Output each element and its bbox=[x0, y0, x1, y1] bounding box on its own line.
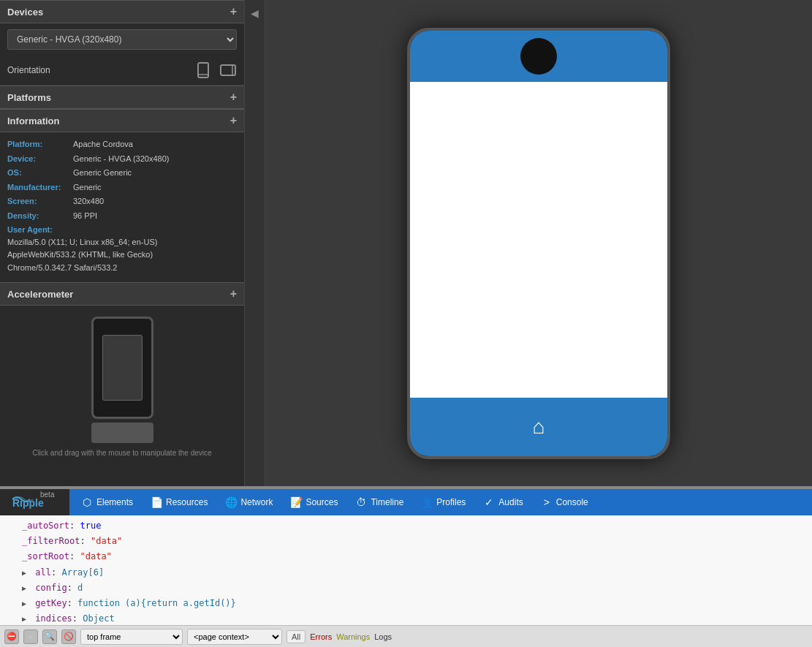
block-button[interactable]: 🚫 bbox=[61, 629, 76, 644]
accel-screen bbox=[102, 335, 143, 401]
info-row-manufacturer: Manufacturer: Generic bbox=[7, 181, 237, 194]
manufacturer-value: Generic bbox=[73, 181, 237, 194]
device-main-screen[interactable] bbox=[410, 82, 667, 398]
tab-console-label: Console bbox=[556, 497, 588, 507]
info-row-platform: Platform: Apache Cordova bbox=[7, 138, 237, 151]
orientation-label: Orientation bbox=[7, 65, 50, 75]
tab-network-label: Network bbox=[240, 497, 273, 507]
accel-base bbox=[91, 423, 153, 443]
tab-timeline-label: Timeline bbox=[371, 497, 403, 507]
execute-button[interactable]: > bbox=[23, 629, 38, 644]
orientation-icons bbox=[194, 61, 237, 79]
device-top-bar bbox=[410, 31, 667, 82]
console-line-sortroot: _sortRoot: "data" bbox=[0, 549, 812, 564]
tab-sources[interactable]: 📝 Sources bbox=[281, 493, 346, 512]
console-line-all[interactable]: all: Array[6] bbox=[0, 565, 812, 580]
frame-select[interactable]: top frame bbox=[80, 629, 183, 645]
left-panel: Devices + Generic - HVGA (320x480) Orien… bbox=[0, 0, 245, 486]
accelerometer-add-icon[interactable]: + bbox=[230, 287, 237, 300]
accel-drag-hint: Click and drag with the mouse to manipul… bbox=[25, 449, 219, 457]
tab-timeline[interactable]: ⏱ Timeline bbox=[346, 493, 412, 512]
useragent-label: User Agent: bbox=[7, 224, 237, 236]
device-select[interactable]: Generic - HVGA (320x480) bbox=[7, 29, 237, 50]
useragent-value: Mozilla/5.0 (X11; U; Linux x86_64; en-US… bbox=[7, 236, 237, 275]
console-line-config[interactable]: config: d bbox=[0, 580, 812, 596]
tab-profiles[interactable]: 👤 Profiles bbox=[412, 493, 474, 512]
info-row-density: Density: 96 PPI bbox=[7, 210, 237, 222]
os-label: OS: bbox=[7, 167, 73, 179]
platforms-title: Platforms bbox=[7, 92, 51, 103]
platform-value: Apache Cordova bbox=[73, 138, 237, 151]
audits-icon: ✓ bbox=[483, 496, 495, 508]
svg-rect-2 bbox=[221, 65, 235, 75]
os-value: Generic Generic bbox=[73, 167, 237, 179]
console-line-getkey[interactable]: getKey: function (a){return a.getId()} bbox=[0, 596, 812, 611]
elements-icon: ⬡ bbox=[81, 496, 93, 508]
devtools-tabs: ⬡ Elements 📄 Resources 🌐 Network 📝 Sourc… bbox=[69, 489, 812, 515]
tab-console[interactable]: > Console bbox=[532, 493, 597, 512]
home-icon[interactable]: ⌂ bbox=[533, 415, 545, 439]
tab-elements[interactable]: ⬡ Elements bbox=[72, 493, 142, 512]
center-device-area: ⌂ bbox=[265, 0, 812, 486]
information-add-icon[interactable]: + bbox=[230, 114, 237, 127]
errors-label[interactable]: Errors bbox=[310, 632, 332, 641]
resources-icon: 📄 bbox=[151, 496, 162, 508]
bottom-bar: ⛔ > 🔍 🚫 top frame <page context> All Err… bbox=[0, 625, 812, 647]
accelerometer-visual[interactable]: Click and drag with the mouse to manipul… bbox=[7, 313, 237, 457]
tab-resources[interactable]: 📄 Resources bbox=[142, 493, 216, 512]
device-label: Device: bbox=[7, 153, 73, 165]
back-arrow-icon: ◀ bbox=[251, 7, 259, 19]
manufacturer-label: Manufacturer: bbox=[7, 181, 73, 194]
portrait-icon[interactable] bbox=[194, 61, 212, 79]
console-line-filterroot: _filterRoot: "data" bbox=[0, 534, 812, 549]
platforms-add-icon[interactable]: + bbox=[230, 91, 237, 104]
information-section-header: Information + bbox=[0, 109, 244, 132]
platform-label: Platform: bbox=[7, 138, 73, 151]
accelerometer-section-header: Accelerometer + bbox=[0, 282, 244, 306]
tab-elements-label: Elements bbox=[96, 497, 133, 507]
devices-title: Devices bbox=[7, 7, 43, 18]
density-label: Density: bbox=[7, 210, 73, 222]
accelerometer-title: Accelerometer bbox=[7, 289, 73, 300]
console-icon: > bbox=[541, 496, 553, 508]
device-bottom-bar: ⌂ bbox=[410, 398, 667, 456]
devtools-area: beta Ripple ⬡ Elements 📄 Resources 🌐 Net… bbox=[0, 486, 812, 647]
devices-add-icon[interactable]: + bbox=[230, 5, 237, 18]
tab-audits[interactable]: ✓ Audits bbox=[474, 493, 531, 512]
platforms-section-header: Platforms + bbox=[0, 86, 244, 109]
info-row-device: Device: Generic - HVGA (320x480) bbox=[7, 153, 237, 165]
devices-content: Generic - HVGA (320x480) bbox=[0, 23, 244, 56]
accelerometer-content: Click and drag with the mouse to manipul… bbox=[0, 306, 244, 464]
tab-resources-label: Resources bbox=[166, 497, 208, 507]
profiles-icon: 👤 bbox=[421, 496, 433, 508]
console-line-autosort: _autoSort: true bbox=[0, 518, 812, 534]
ripple-logo: beta Ripple bbox=[0, 489, 69, 515]
top-area: Devices + Generic - HVGA (320x480) Orien… bbox=[0, 0, 812, 486]
search-button[interactable]: 🔍 bbox=[42, 629, 57, 644]
density-value: 96 PPI bbox=[73, 210, 237, 222]
info-row-os: OS: Generic Generic bbox=[7, 167, 237, 179]
stop-button[interactable]: ⛔ bbox=[4, 629, 19, 644]
info-row-screen: Screen: 320x480 bbox=[7, 195, 237, 208]
information-title: Information bbox=[7, 116, 60, 126]
device-camera bbox=[520, 38, 557, 75]
device-value: Generic - HVGA (320x480) bbox=[73, 153, 237, 165]
filter-all-label[interactable]: All bbox=[287, 630, 306, 643]
devices-section-header: Devices + bbox=[0, 0, 244, 23]
svg-text:Ripple: Ripple bbox=[12, 497, 44, 509]
console-output: _autoSort: true _filterRoot: "data" _sor… bbox=[0, 515, 812, 625]
console-line-indices[interactable]: indices: Object bbox=[0, 611, 812, 625]
logs-label[interactable]: Logs bbox=[374, 632, 392, 641]
info-row-useragent: User Agent: Mozilla/5.0 (X11; U; Linux x… bbox=[7, 224, 237, 274]
beta-label: beta bbox=[40, 491, 54, 499]
landscape-icon[interactable] bbox=[219, 61, 237, 79]
back-arrow[interactable]: ◀ bbox=[245, 0, 265, 486]
tab-sources-label: Sources bbox=[306, 497, 338, 507]
information-content: Platform: Apache Cordova Device: Generic… bbox=[0, 132, 244, 282]
tab-network[interactable]: 🌐 Network bbox=[216, 493, 281, 512]
orientation-row: Orientation bbox=[0, 56, 244, 86]
warnings-label[interactable]: Warnings bbox=[336, 632, 370, 641]
context-select[interactable]: <page context> bbox=[187, 629, 282, 645]
sources-icon: 📝 bbox=[290, 496, 302, 508]
accel-device-frame bbox=[91, 317, 153, 419]
